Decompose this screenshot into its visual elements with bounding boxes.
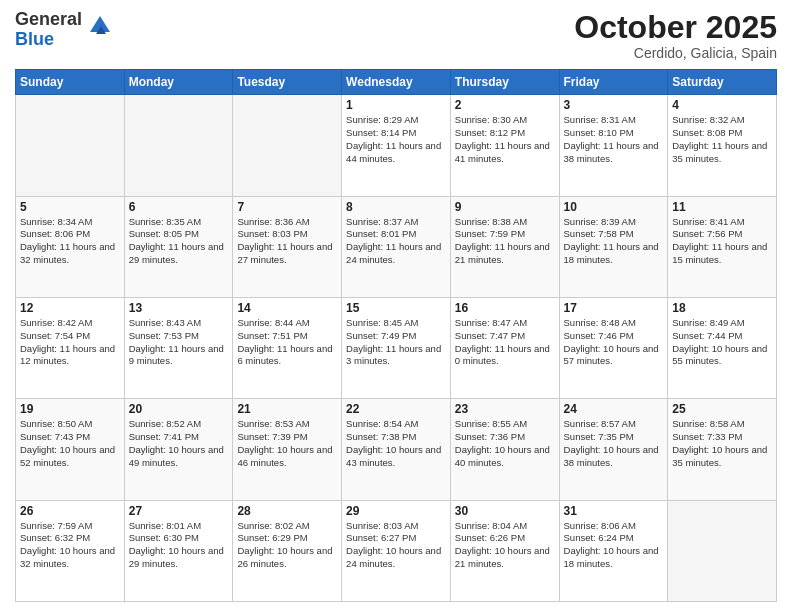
day-num-0-3: 1 — [346, 98, 446, 112]
day-num-4-5: 31 — [564, 504, 664, 518]
header: General Blue October 2025 Cerdido, Galic… — [15, 10, 777, 61]
day-info-4-0: Sunrise: 7:59 AM Sunset: 6:32 PM Dayligh… — [20, 520, 120, 571]
cell-2-2: 14Sunrise: 8:44 AM Sunset: 7:51 PM Dayli… — [233, 297, 342, 398]
cell-2-4: 16Sunrise: 8:47 AM Sunset: 7:47 PM Dayli… — [450, 297, 559, 398]
week-row-2: 12Sunrise: 8:42 AM Sunset: 7:54 PM Dayli… — [16, 297, 777, 398]
day-num-3-3: 22 — [346, 402, 446, 416]
day-info-1-3: Sunrise: 8:37 AM Sunset: 8:01 PM Dayligh… — [346, 216, 446, 267]
header-tuesday: Tuesday — [233, 70, 342, 95]
day-num-4-2: 28 — [237, 504, 337, 518]
day-num-0-6: 4 — [672, 98, 772, 112]
cell-3-4: 23Sunrise: 8:55 AM Sunset: 7:36 PM Dayli… — [450, 399, 559, 500]
header-thursday: Thursday — [450, 70, 559, 95]
logo: General Blue — [15, 10, 114, 50]
day-num-1-2: 7 — [237, 200, 337, 214]
day-info-0-6: Sunrise: 8:32 AM Sunset: 8:08 PM Dayligh… — [672, 114, 772, 165]
cell-0-2 — [233, 95, 342, 196]
cell-0-0 — [16, 95, 125, 196]
day-info-0-3: Sunrise: 8:29 AM Sunset: 8:14 PM Dayligh… — [346, 114, 446, 165]
day-info-4-5: Sunrise: 8:06 AM Sunset: 6:24 PM Dayligh… — [564, 520, 664, 571]
month-title: October 2025 — [574, 10, 777, 45]
header-monday: Monday — [124, 70, 233, 95]
day-info-3-4: Sunrise: 8:55 AM Sunset: 7:36 PM Dayligh… — [455, 418, 555, 469]
day-num-3-5: 24 — [564, 402, 664, 416]
day-num-1-5: 10 — [564, 200, 664, 214]
cell-2-3: 15Sunrise: 8:45 AM Sunset: 7:49 PM Dayli… — [342, 297, 451, 398]
day-num-2-6: 18 — [672, 301, 772, 315]
cell-4-3: 29Sunrise: 8:03 AM Sunset: 6:27 PM Dayli… — [342, 500, 451, 601]
day-num-2-0: 12 — [20, 301, 120, 315]
page: General Blue October 2025 Cerdido, Galic… — [0, 0, 792, 612]
day-num-3-1: 20 — [129, 402, 229, 416]
day-info-2-4: Sunrise: 8:47 AM Sunset: 7:47 PM Dayligh… — [455, 317, 555, 368]
day-info-2-6: Sunrise: 8:49 AM Sunset: 7:44 PM Dayligh… — [672, 317, 772, 368]
day-info-2-5: Sunrise: 8:48 AM Sunset: 7:46 PM Dayligh… — [564, 317, 664, 368]
week-row-4: 26Sunrise: 7:59 AM Sunset: 6:32 PM Dayli… — [16, 500, 777, 601]
cell-1-6: 11Sunrise: 8:41 AM Sunset: 7:56 PM Dayli… — [668, 196, 777, 297]
day-num-3-6: 25 — [672, 402, 772, 416]
cell-0-3: 1Sunrise: 8:29 AM Sunset: 8:14 PM Daylig… — [342, 95, 451, 196]
cell-1-5: 10Sunrise: 8:39 AM Sunset: 7:58 PM Dayli… — [559, 196, 668, 297]
week-row-0: 1Sunrise: 8:29 AM Sunset: 8:14 PM Daylig… — [16, 95, 777, 196]
day-num-2-5: 17 — [564, 301, 664, 315]
day-info-4-1: Sunrise: 8:01 AM Sunset: 6:30 PM Dayligh… — [129, 520, 229, 571]
day-num-1-3: 8 — [346, 200, 446, 214]
day-info-3-6: Sunrise: 8:58 AM Sunset: 7:33 PM Dayligh… — [672, 418, 772, 469]
logo-blue: Blue — [15, 30, 82, 50]
header-friday: Friday — [559, 70, 668, 95]
cell-1-0: 5Sunrise: 8:34 AM Sunset: 8:06 PM Daylig… — [16, 196, 125, 297]
day-info-0-4: Sunrise: 8:30 AM Sunset: 8:12 PM Dayligh… — [455, 114, 555, 165]
day-num-3-0: 19 — [20, 402, 120, 416]
location: Cerdido, Galicia, Spain — [574, 45, 777, 61]
week-row-3: 19Sunrise: 8:50 AM Sunset: 7:43 PM Dayli… — [16, 399, 777, 500]
title-block: October 2025 Cerdido, Galicia, Spain — [574, 10, 777, 61]
cell-0-5: 3Sunrise: 8:31 AM Sunset: 8:10 PM Daylig… — [559, 95, 668, 196]
day-num-4-0: 26 — [20, 504, 120, 518]
cell-4-2: 28Sunrise: 8:02 AM Sunset: 6:29 PM Dayli… — [233, 500, 342, 601]
day-num-3-2: 21 — [237, 402, 337, 416]
day-num-2-3: 15 — [346, 301, 446, 315]
day-info-1-1: Sunrise: 8:35 AM Sunset: 8:05 PM Dayligh… — [129, 216, 229, 267]
day-num-1-1: 6 — [129, 200, 229, 214]
day-info-1-0: Sunrise: 8:34 AM Sunset: 8:06 PM Dayligh… — [20, 216, 120, 267]
cell-3-0: 19Sunrise: 8:50 AM Sunset: 7:43 PM Dayli… — [16, 399, 125, 500]
day-info-4-4: Sunrise: 8:04 AM Sunset: 6:26 PM Dayligh… — [455, 520, 555, 571]
cell-3-3: 22Sunrise: 8:54 AM Sunset: 7:38 PM Dayli… — [342, 399, 451, 500]
day-info-1-6: Sunrise: 8:41 AM Sunset: 7:56 PM Dayligh… — [672, 216, 772, 267]
cell-3-1: 20Sunrise: 8:52 AM Sunset: 7:41 PM Dayli… — [124, 399, 233, 500]
calendar: Sunday Monday Tuesday Wednesday Thursday… — [15, 69, 777, 602]
day-num-2-1: 13 — [129, 301, 229, 315]
day-num-3-4: 23 — [455, 402, 555, 416]
cell-0-6: 4Sunrise: 8:32 AM Sunset: 8:08 PM Daylig… — [668, 95, 777, 196]
header-saturday: Saturday — [668, 70, 777, 95]
logo-general: General — [15, 10, 82, 30]
day-info-3-1: Sunrise: 8:52 AM Sunset: 7:41 PM Dayligh… — [129, 418, 229, 469]
day-info-0-5: Sunrise: 8:31 AM Sunset: 8:10 PM Dayligh… — [564, 114, 664, 165]
day-info-1-4: Sunrise: 8:38 AM Sunset: 7:59 PM Dayligh… — [455, 216, 555, 267]
week-row-1: 5Sunrise: 8:34 AM Sunset: 8:06 PM Daylig… — [16, 196, 777, 297]
day-info-2-3: Sunrise: 8:45 AM Sunset: 7:49 PM Dayligh… — [346, 317, 446, 368]
logo-icon — [86, 12, 114, 40]
day-num-1-6: 11 — [672, 200, 772, 214]
day-info-3-5: Sunrise: 8:57 AM Sunset: 7:35 PM Dayligh… — [564, 418, 664, 469]
day-num-4-3: 29 — [346, 504, 446, 518]
day-info-2-0: Sunrise: 8:42 AM Sunset: 7:54 PM Dayligh… — [20, 317, 120, 368]
cell-3-6: 25Sunrise: 8:58 AM Sunset: 7:33 PM Dayli… — [668, 399, 777, 500]
cell-1-2: 7Sunrise: 8:36 AM Sunset: 8:03 PM Daylig… — [233, 196, 342, 297]
day-info-2-1: Sunrise: 8:43 AM Sunset: 7:53 PM Dayligh… — [129, 317, 229, 368]
day-info-1-2: Sunrise: 8:36 AM Sunset: 8:03 PM Dayligh… — [237, 216, 337, 267]
day-info-4-2: Sunrise: 8:02 AM Sunset: 6:29 PM Dayligh… — [237, 520, 337, 571]
cell-2-1: 13Sunrise: 8:43 AM Sunset: 7:53 PM Dayli… — [124, 297, 233, 398]
cell-3-5: 24Sunrise: 8:57 AM Sunset: 7:35 PM Dayli… — [559, 399, 668, 500]
cell-0-4: 2Sunrise: 8:30 AM Sunset: 8:12 PM Daylig… — [450, 95, 559, 196]
day-info-2-2: Sunrise: 8:44 AM Sunset: 7:51 PM Dayligh… — [237, 317, 337, 368]
cell-3-2: 21Sunrise: 8:53 AM Sunset: 7:39 PM Dayli… — [233, 399, 342, 500]
day-num-4-4: 30 — [455, 504, 555, 518]
day-num-4-1: 27 — [129, 504, 229, 518]
day-num-2-4: 16 — [455, 301, 555, 315]
cell-2-0: 12Sunrise: 8:42 AM Sunset: 7:54 PM Dayli… — [16, 297, 125, 398]
day-info-1-5: Sunrise: 8:39 AM Sunset: 7:58 PM Dayligh… — [564, 216, 664, 267]
cell-1-4: 9Sunrise: 8:38 AM Sunset: 7:59 PM Daylig… — [450, 196, 559, 297]
header-wednesday: Wednesday — [342, 70, 451, 95]
day-info-3-2: Sunrise: 8:53 AM Sunset: 7:39 PM Dayligh… — [237, 418, 337, 469]
